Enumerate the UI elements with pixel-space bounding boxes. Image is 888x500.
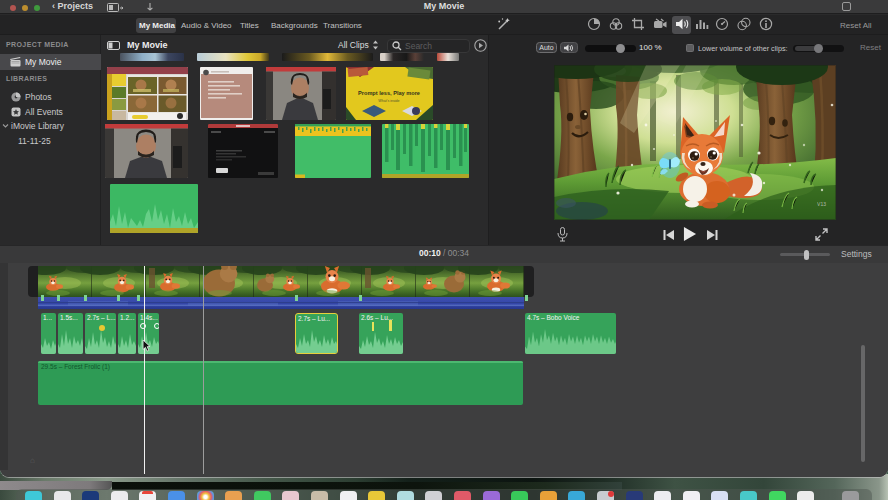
svg-text:What's inside: What's inside xyxy=(378,99,399,103)
svg-text:Prompt less, Play more: Prompt less, Play more xyxy=(358,90,420,96)
svg-text:V13: V13 xyxy=(817,201,826,207)
